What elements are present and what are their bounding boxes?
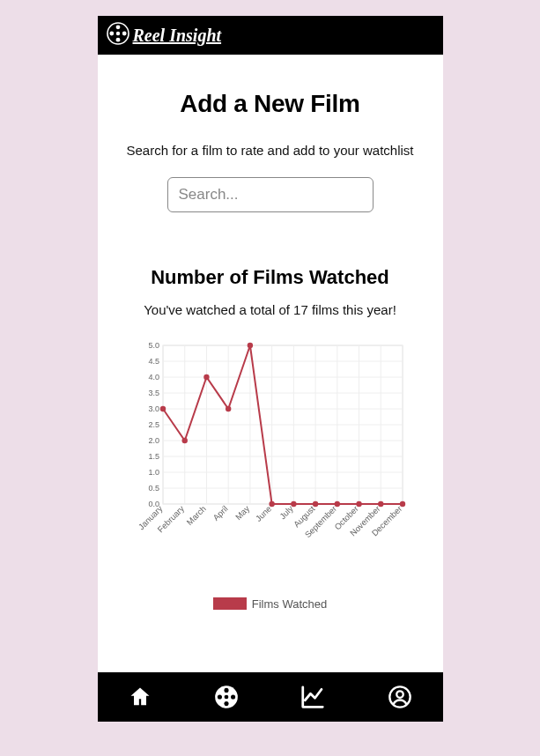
nav-home[interactable] bbox=[128, 685, 152, 709]
svg-text:2.5: 2.5 bbox=[148, 420, 159, 429]
chart-title: Number of Films Watched bbox=[122, 265, 418, 290]
svg-text:April: April bbox=[211, 503, 229, 522]
svg-text:3.5: 3.5 bbox=[148, 389, 159, 397]
film-reel-icon bbox=[107, 22, 129, 49]
svg-text:June: June bbox=[253, 503, 272, 523]
page-title: Add a New Film bbox=[122, 90, 418, 118]
svg-point-68 bbox=[224, 701, 228, 706]
svg-text:5.0: 5.0 bbox=[148, 341, 159, 350]
legend-label: Films Watched bbox=[252, 597, 327, 611]
svg-point-72 bbox=[396, 691, 403, 697]
app-frame: Reel Insight Add a New Film Search for a… bbox=[98, 16, 443, 722]
svg-point-49 bbox=[334, 500, 339, 506]
svg-point-48 bbox=[312, 500, 317, 506]
user-circle-icon bbox=[388, 685, 412, 709]
brand-logo[interactable]: Reel Insight bbox=[107, 22, 222, 49]
svg-point-41 bbox=[159, 405, 165, 411]
svg-point-42 bbox=[181, 437, 187, 442]
chart-legend: Films Watched bbox=[122, 597, 418, 611]
svg-point-45 bbox=[247, 342, 252, 347]
svg-point-44 bbox=[225, 405, 230, 411]
svg-text:1.0: 1.0 bbox=[148, 468, 159, 477]
svg-point-4 bbox=[109, 31, 114, 35]
svg-point-2 bbox=[115, 25, 120, 29]
main-content: Add a New Film Search for a film to rate… bbox=[98, 55, 443, 637]
films-watched-chart: 0.00.51.01.52.02.53.03.54.04.55.0January… bbox=[122, 340, 418, 611]
svg-text:4.0: 4.0 bbox=[148, 373, 159, 382]
svg-text:4.5: 4.5 bbox=[148, 357, 159, 366]
line-chart-svg: 0.00.51.01.52.02.53.03.54.04.55.0January… bbox=[129, 340, 411, 552]
legend-swatch bbox=[213, 597, 247, 610]
svg-text:2.0: 2.0 bbox=[148, 436, 159, 445]
svg-point-50 bbox=[356, 500, 361, 506]
svg-point-5 bbox=[122, 31, 126, 35]
home-icon bbox=[128, 685, 152, 709]
svg-point-67 bbox=[224, 687, 228, 692]
svg-point-66 bbox=[224, 694, 228, 699]
svg-text:March: March bbox=[184, 503, 207, 526]
search-wrap bbox=[122, 177, 418, 212]
chart-summary: You've watched a total of 17 films this … bbox=[122, 302, 418, 317]
brand-name: Reel Insight bbox=[133, 26, 222, 46]
nav-profile[interactable] bbox=[388, 685, 412, 709]
bottom-nav bbox=[98, 672, 443, 722]
svg-point-69 bbox=[218, 694, 222, 699]
svg-point-46 bbox=[269, 500, 274, 506]
svg-text:0.5: 0.5 bbox=[148, 484, 159, 493]
svg-point-51 bbox=[378, 500, 383, 506]
svg-point-43 bbox=[203, 374, 209, 379]
svg-text:3.0: 3.0 bbox=[148, 404, 159, 413]
svg-point-47 bbox=[291, 500, 296, 506]
search-input[interactable] bbox=[167, 177, 374, 212]
nav-films[interactable] bbox=[214, 685, 239, 709]
svg-text:1.5: 1.5 bbox=[148, 452, 159, 461]
svg-point-3 bbox=[115, 37, 120, 41]
svg-text:May: May bbox=[233, 503, 251, 522]
svg-point-1 bbox=[115, 31, 119, 34]
film-reel-icon bbox=[214, 685, 239, 709]
svg-point-52 bbox=[399, 500, 404, 506]
chart-line-icon bbox=[300, 684, 326, 710]
app-header: Reel Insight bbox=[98, 16, 443, 55]
page-subtitle: Search for a film to rate and add to you… bbox=[122, 143, 418, 158]
nav-stats[interactable] bbox=[300, 684, 326, 710]
svg-point-70 bbox=[231, 694, 235, 699]
